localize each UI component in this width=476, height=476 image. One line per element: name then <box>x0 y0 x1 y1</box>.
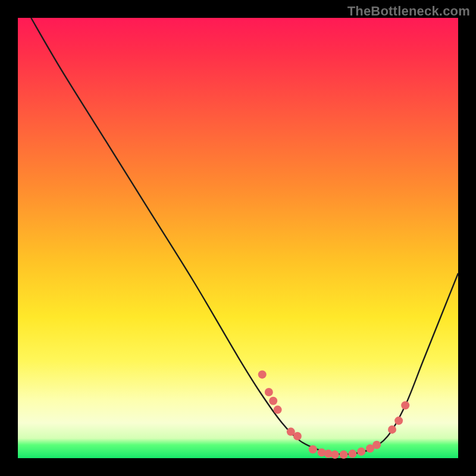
bottleneck-curve <box>31 18 458 455</box>
marker-dot <box>258 370 267 378</box>
marker-dot <box>357 447 365 456</box>
marker-dot <box>348 450 356 458</box>
curve-markers <box>258 370 410 459</box>
marker-dot <box>293 432 302 440</box>
watermark-text: TheBottleneck.com <box>347 4 470 19</box>
marker-dot <box>331 450 339 459</box>
marker-dot <box>372 441 381 449</box>
marker-dot <box>340 450 348 459</box>
marker-dot <box>309 445 317 453</box>
plot-area <box>18 18 458 458</box>
curve-svg <box>18 18 458 458</box>
marker-dot <box>394 416 403 425</box>
marker-dot <box>401 401 409 409</box>
marker-dot <box>274 406 282 414</box>
marker-dot <box>269 397 277 405</box>
marker-dot <box>265 388 273 396</box>
chart-frame: TheBottleneck.com <box>0 0 476 476</box>
marker-dot <box>388 425 396 434</box>
